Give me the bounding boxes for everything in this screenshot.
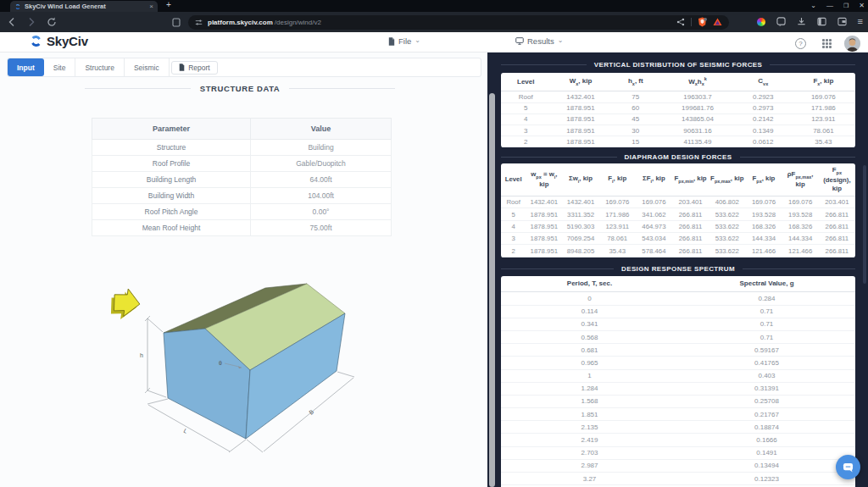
table-cell: Roof Profile bbox=[92, 156, 251, 172]
menu-icon[interactable]: ≡ bbox=[858, 17, 863, 26]
table-cell: 266.811 bbox=[819, 233, 855, 245]
app-header: SkyCiv File ⌄ Results ⌄ bbox=[0, 32, 868, 53]
table-row: 0.3410.71 bbox=[501, 318, 855, 330]
table-cell: 1878.951 bbox=[526, 233, 562, 245]
tab-site[interactable]: Site bbox=[44, 58, 76, 76]
browser-tab[interactable]: SkyCiv Wind Load Generat × bbox=[10, 1, 158, 12]
left-panel: Input Site Structure Seismic Report STRU… bbox=[0, 53, 487, 487]
table-cell: 169.076 bbox=[782, 196, 819, 208]
report-label: Report bbox=[188, 64, 210, 72]
skyciv-logo[interactable]: SkyCiv bbox=[29, 34, 88, 48]
column-header: Fpx (design), kip bbox=[819, 163, 855, 196]
table-cell: 533.622 bbox=[709, 233, 745, 245]
diaphragm-forces-table: Levelwpx = wi, kipΣwi, kipFi, kipΣFi, ki… bbox=[501, 163, 855, 257]
url-bar[interactable]: platform.skyciv.com /design/wind/v2 bbox=[188, 15, 729, 30]
share-icon[interactable] bbox=[676, 18, 685, 26]
brave-shield-icon[interactable] bbox=[698, 17, 707, 27]
report-doc-icon bbox=[179, 64, 185, 71]
table-cell: 4 bbox=[501, 113, 551, 125]
table-cell: 0.13494 bbox=[678, 459, 855, 472]
table-cell: 169.076 bbox=[636, 196, 672, 208]
table-cell: 2 bbox=[501, 136, 551, 147]
report-button[interactable]: Report bbox=[171, 61, 218, 75]
table-row: 1.2840.31391 bbox=[501, 382, 855, 395]
seismic-results-panel: VERTICAL DISTRIBUTION OF SEISMIC FORCES … bbox=[487, 53, 868, 487]
table-cell: 0.341 bbox=[501, 318, 678, 330]
table-cell: 0.71 bbox=[678, 330, 855, 343]
avatar[interactable] bbox=[844, 36, 860, 52]
tab-seismic[interactable]: Seismic bbox=[125, 58, 170, 76]
column-header: ΣFi, kip bbox=[636, 163, 672, 196]
vertical-scrollbar[interactable] bbox=[489, 93, 495, 487]
table-cell: 406.802 bbox=[709, 196, 745, 208]
table-cell: 1878.951 bbox=[526, 220, 562, 232]
table-row: 00.284 bbox=[501, 292, 855, 305]
extension-triangle-icon[interactable] bbox=[713, 18, 722, 26]
vertical-distribution-card: LevelWx, kiphx, ftWxhxkCvxFx, kipRoof143… bbox=[501, 73, 855, 147]
table-cell: Building Width bbox=[92, 188, 251, 204]
table-row: 2.7030.1491 bbox=[501, 446, 855, 459]
panel-scrollbar[interactable] bbox=[863, 165, 866, 284]
table-cell: Gable/Duopitch bbox=[251, 156, 392, 172]
window-restore-icon[interactable]: ❐ bbox=[843, 3, 849, 8]
table-cell: 266.811 bbox=[672, 220, 709, 232]
wallet-icon[interactable] bbox=[837, 17, 847, 26]
table-cell: 0.284 bbox=[678, 292, 855, 305]
window-chevron-icon[interactable]: ⌄ bbox=[810, 3, 816, 9]
screen: SkyCiv Wind Load Generat × + ⌄ — ❐ ✕ pla… bbox=[0, 0, 868, 487]
table-row: 0.9650.41765 bbox=[501, 357, 855, 369]
close-tab-icon[interactable]: × bbox=[149, 3, 153, 10]
new-tab-icon[interactable]: + bbox=[166, 0, 171, 9]
table-cell: 0.1491 bbox=[678, 446, 855, 459]
table-cell: Roof Pitch Angle bbox=[92, 204, 251, 220]
sidebar-icon[interactable] bbox=[817, 17, 826, 26]
tab-structure[interactable]: Structure bbox=[75, 58, 125, 76]
table-cell: 533.622 bbox=[709, 220, 745, 232]
table-cell: 0.114 bbox=[501, 305, 678, 318]
table-cell: 144.334 bbox=[782, 233, 819, 245]
table-row: Roof1432.40175196303.70.2923169.076 bbox=[501, 91, 855, 102]
table-cell: 0.568 bbox=[501, 330, 678, 343]
table-cell: 168.326 bbox=[782, 220, 819, 232]
browser-tab-strip: SkyCiv Wind Load Generat × + ⌄ — ❐ ✕ bbox=[0, 0, 868, 12]
dim-label-h: h bbox=[140, 352, 143, 358]
bookmark-panel-icon[interactable] bbox=[172, 18, 181, 27]
table-cell: 15 bbox=[611, 136, 661, 147]
menu-results-label: Results bbox=[527, 36, 554, 46]
table-cell: 2.703 bbox=[501, 446, 678, 459]
help-button[interactable]: ? bbox=[795, 38, 806, 49]
tab-input[interactable]: Input bbox=[8, 58, 44, 76]
column-header: ρFpx,max, kip bbox=[782, 163, 819, 196]
brand-name: SkyCiv bbox=[47, 34, 88, 48]
chat-fab-button[interactable] bbox=[836, 455, 860, 479]
url-host: platform.skyciv.com bbox=[208, 19, 273, 26]
color-wheel-icon[interactable] bbox=[757, 18, 765, 26]
back-icon[interactable] bbox=[7, 17, 17, 27]
table-cell: 0.25708 bbox=[678, 395, 855, 407]
column-header: Level bbox=[501, 73, 551, 91]
reload-icon[interactable] bbox=[47, 17, 57, 27]
table-row: Roof ProfileGable/Duopitch bbox=[92, 156, 392, 172]
table-cell: 0.1666 bbox=[678, 434, 855, 446]
menu-results[interactable]: Results ⌄ bbox=[515, 36, 563, 46]
apps-grid-icon[interactable] bbox=[822, 39, 832, 48]
table-cell: Building Length bbox=[92, 172, 251, 188]
table-cell: 45 bbox=[611, 113, 661, 125]
divider bbox=[691, 18, 692, 26]
site-settings-icon[interactable] bbox=[195, 19, 203, 26]
chat-extension-icon[interactable] bbox=[776, 17, 786, 26]
table-cell: 1.568 bbox=[501, 395, 678, 407]
table-cell: 121.466 bbox=[745, 245, 782, 257]
forward-icon[interactable] bbox=[26, 17, 36, 27]
menu-file-label: File bbox=[398, 36, 411, 46]
table-cell: 2.135 bbox=[501, 421, 678, 434]
download-icon[interactable] bbox=[797, 17, 806, 26]
table-row: Roof1432.4011432.401169.076169.076203.40… bbox=[501, 196, 855, 208]
table-cell: 193.528 bbox=[782, 208, 819, 220]
tab-title: SkyCiv Wind Load Generat bbox=[25, 3, 146, 10]
table-header-row: Period, T, sec.Spectral Value, g bbox=[501, 276, 855, 292]
window-minimize-icon[interactable]: — bbox=[826, 3, 833, 9]
table-cell: 5190.303 bbox=[562, 220, 598, 232]
window-close-icon[interactable]: ✕ bbox=[859, 3, 865, 9]
menu-file[interactable]: File ⌄ bbox=[388, 36, 420, 46]
